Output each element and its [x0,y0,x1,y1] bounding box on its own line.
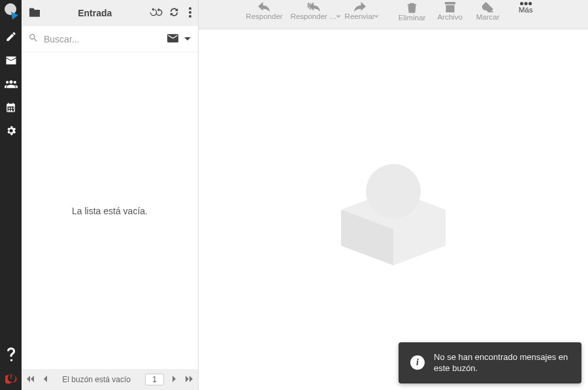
message-toolbar: Responder Responder … Reenviar Eliminar … [199,0,588,29]
reply-all-button[interactable]: Responder … [288,2,340,20]
kebab-menu-icon[interactable] [189,7,191,20]
delete-label: Eliminar [399,14,426,22]
nav-rail [0,0,22,390]
page-next-icon[interactable] [172,375,177,385]
nav-mail[interactable] [0,48,22,72]
nav-logout[interactable] [0,366,22,390]
app-logo [3,3,20,20]
svg-point-2 [189,11,191,14]
reply-all-caret-icon[interactable] [336,14,341,22]
page-number[interactable]: 1 [145,374,164,385]
search-icon [28,33,39,45]
message-list-pane: Entrada La lista está vacía. E [22,0,199,390]
empty-list-label: La lista está vacía. [72,206,148,216]
folder-title: Entrada [48,8,142,18]
svg-point-5 [524,2,527,5]
info-icon: i [410,355,425,370]
toast-message: No se han encontrado mensajes en este bu… [434,351,570,374]
nav-settings[interactable] [0,119,22,142]
page-last-icon[interactable] [185,375,193,385]
reply-all-label: Responder … [291,12,337,20]
mark-button[interactable]: Marcar [470,2,506,21]
svg-point-3 [189,15,191,18]
svg-point-6 [529,2,532,5]
reply-button[interactable]: Responder [243,2,285,20]
sync-icon[interactable] [169,7,180,19]
more-button[interactable]: Más [508,2,544,14]
list-footer: El buzón está vacío 1 [22,369,198,390]
nav-compose[interactable] [0,25,22,48]
archive-button[interactable]: Archivo [433,2,468,21]
nav-calendar[interactable] [0,95,22,119]
forward-caret-icon[interactable] [374,14,379,22]
delete-button[interactable]: Eliminar [395,2,430,22]
content-body [199,29,588,390]
mark-label: Marcar [476,13,500,21]
svg-point-10 [366,164,421,219]
mailbox-status: El buzón está vacío [56,375,137,384]
svg-point-0 [5,3,16,15]
folder-icon[interactable] [28,7,41,20]
svg-point-1 [189,7,191,10]
search-row [22,26,198,52]
nav-contacts[interactable] [0,72,22,95]
content-pane: Responder Responder … Reenviar Eliminar … [199,0,588,390]
nav-help[interactable] [0,343,22,366]
more-label: Más [519,6,533,14]
page-first-icon[interactable] [27,375,35,385]
archive-label: Archivo [437,13,462,21]
empty-watermark-icon [328,144,459,275]
forward-button[interactable]: Reenviar [342,2,378,20]
list-header: Entrada [22,0,198,26]
svg-point-4 [520,2,523,5]
page-prev-icon[interactable] [42,375,48,385]
forward-label: Reenviar [345,12,375,20]
refresh-button[interactable] [154,7,165,20]
search-scope-icon[interactable] [167,34,178,44]
search-options-icon[interactable] [184,34,191,44]
reply-label: Responder [246,12,282,20]
toast-notification: i No se han encontrado mensajes en este … [399,342,581,383]
message-list-body: La lista está vacía. [22,52,198,369]
search-input[interactable] [44,34,162,44]
